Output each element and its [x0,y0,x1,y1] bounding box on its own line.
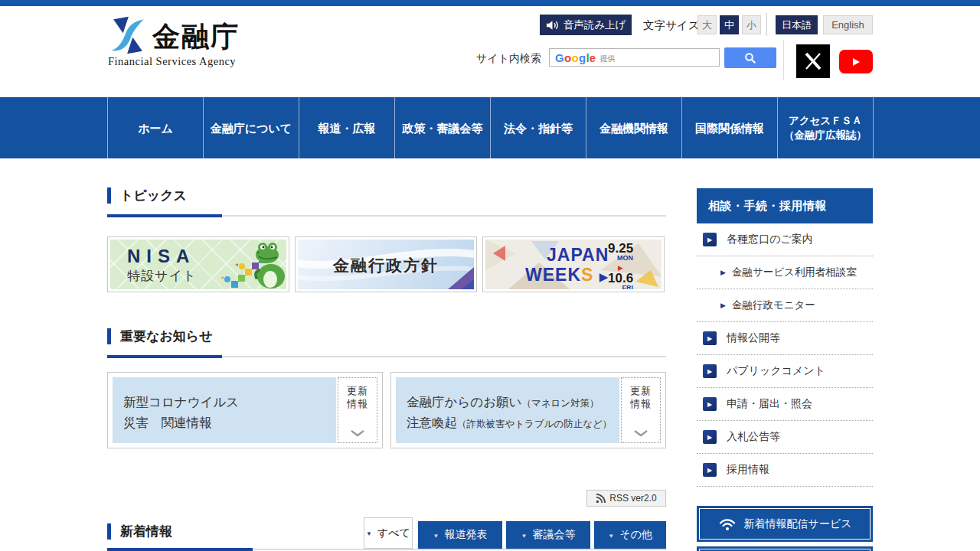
sidebar-item-applications-notifications[interactable]: ▶ 申請・届出・照会 [697,388,873,421]
japan-weeks-dates: 9.25 MON ▶ 10.6 FRI [608,243,633,289]
topics-heading: トピックス [107,187,187,204]
tab-press-releases[interactable]: ▼ 報道発表 [418,521,502,549]
japan-weeks-wordmark: JAPAN WEEKS ▶ [525,245,609,287]
sidebar-item-user-consultation-room[interactable]: ▶ 金融サービス利用者相談室 [697,256,873,289]
header-divider [766,13,767,36]
site-title[interactable]: 金融庁 [152,18,240,56]
triangle-down-icon: ▼ [433,531,439,540]
nav-item-laws-guidelines[interactable]: 法令・指針等 [490,97,586,158]
nav-item-about-fsa[interactable]: 金融庁について [203,97,299,158]
topics-heading-rule [107,214,666,217]
x-icon [803,51,823,71]
fsa-logo-icon[interactable] [107,15,149,55]
triangle-down-icon: ▼ [521,531,528,540]
youtube-play-icon [850,57,862,67]
triangle-down-icon: ▼ [366,529,372,537]
search-button[interactable] [724,47,776,68]
nav-item-press[interactable]: 報道・広報 [299,97,394,158]
rss-label: RSS ver2.0 [609,493,656,504]
rss-link[interactable]: RSS ver2.0 [586,490,666,507]
notice-card-update-toggle[interactable]: 更新 情報 [621,377,661,443]
wifi-icon [718,517,737,531]
banner-nisa[interactable]: NISA 特設サイト [107,236,289,292]
sidebar-item-administration-monitor[interactable]: ▶ 金融行政モニター [697,289,873,322]
notice-card-text: 金融庁からのお願い（マネロン対策） 注意喚起（詐欺被害やトラブルの防止など） [396,377,619,443]
notice-card-text: 新型コロナウイルス 災害 関連情報 [113,377,336,443]
triangle-down-icon: ▼ [608,531,614,540]
arrow-square-icon: ▶ [703,397,717,411]
sidebar-item-information-disclosure[interactable]: ▶ 情報公開等 [697,322,873,355]
arrow-icon: ▶ [720,269,726,276]
sidebar-next-button-cropped[interactable] [697,546,873,551]
sidebar-item-recruitment[interactable]: ▶ 採用情報 [697,454,873,487]
arrow-square-icon: ▶ [703,463,717,477]
search-input[interactable]: Google 提供 [549,48,720,67]
fontsize-label: 文字サイズ [643,18,700,33]
nav-item-policy-councils[interactable]: 政策・審議会等 [394,97,490,158]
top-accent-bar [0,0,980,6]
fontsize-small-button[interactable]: 小 [742,15,761,34]
tab-others[interactable]: ▼ その他 [594,521,666,549]
sidebar-heading: 相談・手続・採用情報 [697,188,873,223]
nav-item-access-fsa[interactable]: アクセスＦＳＡ （金融庁広報誌） [777,97,873,158]
chevron-down-icon [633,429,648,437]
rss-icon [596,494,606,504]
nav-item-international[interactable]: 国際関係情報 [681,97,777,158]
arrow-square-icon: ▶ [703,364,717,378]
nav-item-home[interactable]: ホーム [107,97,203,158]
speaker-icon [546,20,559,31]
search-icon [744,52,756,64]
sidebar-item-public-comment[interactable]: ▶ パブリックコメント [697,355,873,388]
fontsize-large-button[interactable]: 大 [697,15,717,34]
sidebar-item-contact-windows[interactable]: ▶ 各種窓口のご案内 [697,223,873,256]
arrow-icon: ▶ [720,302,726,309]
tts-label: 音声読み上げ [564,18,626,32]
google-brand: Google [555,51,596,64]
news-subscription-button[interactable]: 新着情報配信サービス [697,506,873,542]
banner-japan-weeks[interactable]: JAPAN WEEKS ▶ 9.25 MON ▶ 10.6 FRI [482,236,665,292]
arrow-square-icon: ▶ [703,233,717,246]
notice-card-covid[interactable]: 新型コロナウイルス 災害 関連情報 更新 情報 [107,372,383,448]
sidebar-item-procurement-notices[interactable]: ▶ 入札公告等 [697,421,873,454]
crocodile-mascot-illustration [214,241,285,289]
site-subtitle: Financial Services Agency [108,55,236,68]
nisa-banner-subtitle: 特設サイト [127,267,197,285]
x-social-button[interactable] [796,44,830,78]
arrow-square-icon: ▶ [703,430,717,444]
site-search-label: サイト内検索 [476,52,541,66]
global-navigation: ホーム 金融庁について 報道・広報 政策・審議会等 法令・指針等 金融機関情報 … [0,97,980,158]
tab-all[interactable]: ▼ すべて [364,517,413,549]
header-divider-2 [783,40,784,80]
policy-banner-title: 金融行政方針 [298,255,474,276]
fontsize-medium-button[interactable]: 中 [720,15,739,34]
notices-heading: 重要なお知らせ [107,328,213,344]
notice-card-update-toggle[interactable]: 更新 情報 [338,377,377,443]
notices-heading-rule [107,355,666,358]
google-provided-note: 提供 [600,51,616,64]
nav-item-financial-institutions[interactable]: 金融機関情報 [586,97,681,158]
tab-councils[interactable]: ▼ 審議会等 [506,521,590,549]
banner-financial-policy[interactable]: 金融行政方針 [295,236,477,292]
chevron-down-icon [350,429,365,437]
subscribe-label: 新着情報配信サービス [744,517,852,531]
language-japanese-button[interactable]: 日本語 [776,15,818,34]
youtube-social-button[interactable] [839,50,873,73]
news-heading: 新着情報 [107,523,172,540]
nisa-banner-title: NISA [127,246,195,267]
arrow-square-icon: ▶ [703,331,717,345]
text-to-speech-button[interactable]: 音声読み上げ [540,15,632,35]
nav-divider-end [873,97,874,158]
language-english-button[interactable]: English [823,15,873,34]
notice-card-warnings[interactable]: 金融庁からのお願い（マネロン対策） 注意喚起（詐欺被害やトラブルの防止など） 更… [390,372,666,448]
